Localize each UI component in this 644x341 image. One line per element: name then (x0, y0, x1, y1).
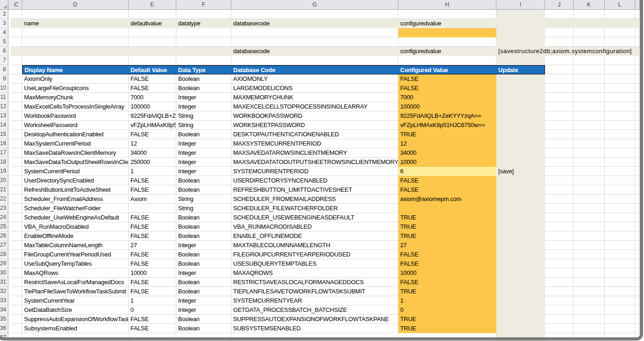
cell-G3[interactable]: databasecode (231, 19, 398, 28)
cell-J17[interactable] (545, 148, 574, 158)
cell-I30[interactable] (496, 268, 545, 278)
select-all-button[interactable] (0, 0, 8, 9)
cell-E22[interactable]: Axiom (129, 195, 176, 204)
cell-J26[interactable] (545, 231, 574, 241)
row-header-34[interactable]: 34 (0, 305, 8, 315)
cell-H5[interactable] (398, 37, 496, 47)
cell-E28[interactable]: FALSE (129, 250, 176, 259)
cell-M18[interactable] (635, 158, 640, 167)
cell-H24[interactable]: TRUE (398, 213, 496, 222)
cell-G15[interactable]: DESKTOPAUTHENTICATIONENABLED (231, 130, 398, 139)
cell-E32[interactable]: FALSE (129, 287, 176, 296)
cell-H10[interactable]: FALSE (398, 84, 496, 93)
cell-D7[interactable] (22, 56, 129, 65)
cell-L26[interactable] (605, 231, 635, 241)
cell-D14[interactable]: WorksheetPassword (22, 121, 129, 130)
cell-G12[interactable]: MAXEXCELCELLSTOPROCESSINSINGLEARRAY (231, 102, 398, 111)
cell-G19[interactable]: SYSTEMCURRENTPERIOD (231, 167, 398, 176)
cell-J30[interactable] (545, 268, 574, 278)
cell-C32[interactable] (11, 287, 22, 296)
cell-D10[interactable]: UseLargeFileGroupIcons (22, 84, 129, 93)
cell-G18[interactable]: MAXSAVEDATATOOUTPUTSHEETROWSINCLIENTMEMO… (231, 158, 398, 167)
row-header-9[interactable]: 9 (0, 74, 8, 84)
cell-F23[interactable]: String (176, 204, 231, 213)
cell-D17[interactable]: MaxSaveDataRowsInClientMemory (22, 148, 129, 158)
cell-D12[interactable]: MaxExcelCellsToProcessInSingleArray (22, 102, 129, 111)
cell-I11[interactable] (496, 93, 545, 102)
cell-D35[interactable]: SuppressAutoExpansionOfWorkflowTaskPane (22, 315, 129, 324)
column-header-C[interactable]: C (11, 0, 22, 9)
cell-J36[interactable] (545, 324, 574, 333)
cell-K27[interactable] (574, 241, 605, 250)
cell-I26[interactable] (496, 231, 545, 241)
cell-E8[interactable]: Default Value (129, 65, 176, 74)
cell-I33[interactable] (496, 296, 545, 305)
cell-I21[interactable] (496, 185, 545, 195)
cell-K24[interactable] (574, 213, 605, 222)
cell-M24[interactable] (635, 213, 640, 222)
cell-E18[interactable]: 250000 (129, 158, 176, 167)
cell-K7[interactable] (574, 56, 605, 65)
cell-I8[interactable]: Update (496, 65, 545, 74)
cell-L14[interactable] (605, 121, 635, 130)
cell-C8[interactable] (11, 65, 22, 74)
cell-L20[interactable] (605, 176, 635, 185)
cell-F9[interactable]: Boolean (176, 74, 231, 84)
cell-I19[interactable]: [save] (496, 167, 545, 176)
row-header-17[interactable]: 17 (0, 148, 8, 158)
cell-C26[interactable] (11, 231, 22, 241)
cell-L15[interactable] (605, 130, 635, 139)
cell-J14[interactable] (545, 121, 574, 130)
row-header-35[interactable]: 35 (0, 315, 8, 324)
cell-E5[interactable] (129, 37, 176, 47)
cell-J9[interactable] (545, 74, 574, 84)
row-header-10[interactable]: 10 (0, 84, 8, 93)
cell-I29[interactable] (496, 259, 545, 268)
cell-D16[interactable]: MaxSystemCurrentPeriod (22, 139, 129, 148)
cell-E17[interactable]: 34000 (129, 148, 176, 158)
row-header-11[interactable]: 11 (0, 93, 8, 102)
cell-F4[interactable] (176, 28, 231, 37)
cell-K28[interactable] (574, 250, 605, 259)
cell-H9[interactable]: FALSE (398, 74, 496, 84)
cell-G14[interactable]: WORKSHEETPASSWORD (231, 121, 398, 130)
cell-L13[interactable] (605, 111, 635, 121)
cell-L5[interactable] (605, 37, 635, 47)
cell-K33[interactable] (574, 296, 605, 305)
cell-K10[interactable] (574, 84, 605, 93)
cell-J15[interactable] (545, 130, 574, 139)
cell-D18[interactable]: MaxSaveDataToOutputSheetRowsInClientMemo… (22, 158, 129, 167)
cell-G5[interactable] (231, 37, 398, 47)
cell-I16[interactable] (496, 139, 545, 148)
row-header-6[interactable]: 6 (0, 47, 8, 56)
cell-F31[interactable]: Boolean (176, 278, 231, 287)
cell-J3[interactable] (545, 19, 574, 28)
cell-K13[interactable] (574, 111, 605, 121)
cell-L9[interactable] (605, 74, 635, 84)
cell-D8[interactable]: Display Name (22, 65, 129, 74)
cell-F32[interactable]: Boolean (176, 287, 231, 296)
cell-C2[interactable] (11, 10, 22, 19)
cell-F25[interactable]: Boolean (176, 222, 231, 231)
cell-H27[interactable]: 27 (398, 241, 496, 250)
cell-D30[interactable]: MaxAQRows (22, 268, 129, 278)
cell-E31[interactable]: FALSE (129, 278, 176, 287)
cell-E6[interactable] (129, 47, 176, 56)
cell-K15[interactable] (574, 130, 605, 139)
row-header-19[interactable]: 19 (0, 167, 8, 176)
cell-G36[interactable]: SUBSYSTEMSENABLED (231, 324, 398, 333)
cell-F35[interactable]: Boolean (176, 315, 231, 324)
cell-J22[interactable] (545, 195, 574, 204)
cell-E33[interactable]: 1 (129, 296, 176, 305)
cell-M34[interactable] (635, 305, 640, 315)
cell-E26[interactable]: FALSE (129, 231, 176, 241)
row-header-25[interactable]: 25 (0, 222, 8, 231)
cell-K25[interactable] (574, 222, 605, 231)
cell-E35[interactable]: FALSE (129, 315, 176, 324)
cell-G23[interactable]: SCHEDULER_FILEWATCHERFOLDER (231, 204, 398, 213)
cell-H34[interactable]: 0 (398, 305, 496, 315)
cell-J16[interactable] (545, 139, 574, 148)
cell-H19[interactable]: 6 (398, 167, 496, 176)
cell-C13[interactable] (11, 111, 22, 121)
cell-H6[interactable]: configuredvalue (398, 47, 496, 56)
